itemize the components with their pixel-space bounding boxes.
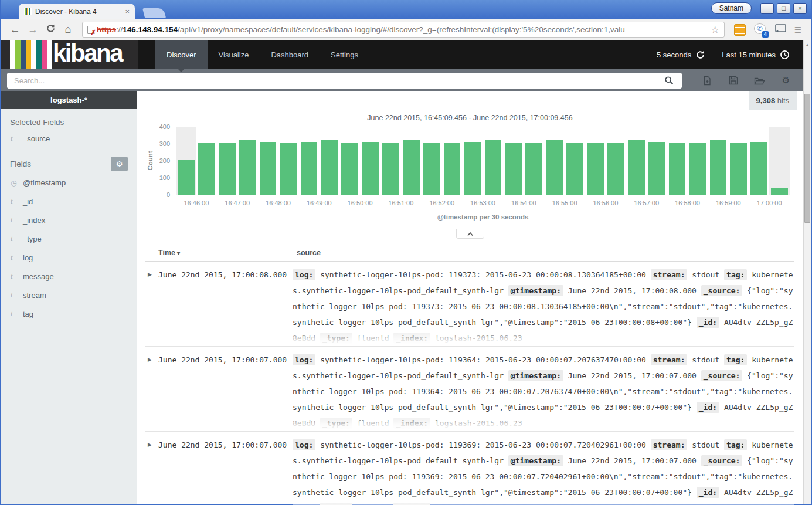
collapse-chart-button[interactable] bbox=[456, 229, 484, 239]
url-bar[interactable]: :// https :// 146.148.94.154 /api/v1/pro… bbox=[82, 22, 725, 38]
field-item-tag[interactable]: ttag bbox=[1, 304, 137, 323]
logo-stripe bbox=[21, 40, 26, 69]
histogram-bar[interactable] bbox=[485, 140, 502, 195]
source-field-badge: @timestamp: bbox=[508, 455, 563, 466]
histogram-bar[interactable] bbox=[771, 188, 788, 195]
histogram-bar[interactable] bbox=[444, 143, 461, 195]
reload-button[interactable] bbox=[42, 23, 59, 36]
field-item-source[interactable]: t_source bbox=[1, 129, 137, 148]
logo-stripe bbox=[47, 40, 52, 69]
nav-item-dashboard[interactable]: Dashboard bbox=[260, 40, 320, 69]
kibana-logo: kibana bbox=[1, 40, 138, 69]
maximize-button[interactable]: □ bbox=[777, 3, 790, 14]
search-input[interactable] bbox=[7, 73, 655, 89]
histogram-bar[interactable] bbox=[710, 140, 727, 195]
field-item-message[interactable]: tmessage bbox=[1, 267, 137, 286]
histogram-bar[interactable] bbox=[178, 160, 195, 195]
histogram-bar[interactable] bbox=[587, 143, 604, 195]
x-tick-label: 16:55:00 bbox=[552, 199, 577, 206]
expand-caret-icon[interactable]: ▶ bbox=[145, 352, 158, 431]
histogram-bar[interactable] bbox=[382, 143, 399, 195]
expand-caret-icon[interactable]: ▶ bbox=[145, 437, 158, 505]
text-field-icon: t bbox=[11, 196, 16, 206]
histogram-bar[interactable] bbox=[321, 140, 338, 195]
histogram-bar[interactable] bbox=[239, 140, 256, 195]
histogram-bar[interactable] bbox=[219, 143, 236, 195]
logo-stripe bbox=[42, 40, 47, 69]
histogram-bar[interactable] bbox=[505, 143, 522, 195]
histogram-bar[interactable] bbox=[525, 143, 542, 195]
nav-item-discover[interactable]: Discover bbox=[155, 40, 208, 69]
histogram-bar[interactable] bbox=[607, 143, 624, 195]
histogram-bar[interactable] bbox=[648, 142, 665, 195]
histogram-bar[interactable] bbox=[546, 140, 563, 195]
profile-button[interactable]: Satnam bbox=[711, 2, 752, 14]
browser-tab[interactable]: Discover - Kibana 4 × bbox=[19, 4, 135, 19]
time-range-picker[interactable]: Last 15 minutes bbox=[722, 50, 790, 60]
histogram-bar[interactable] bbox=[260, 142, 277, 195]
kibana-favicon bbox=[24, 8, 32, 15]
field-name: message bbox=[23, 272, 54, 281]
field-item-index[interactable]: t_index bbox=[1, 211, 137, 229]
scroll-up-icon[interactable]: ▲ bbox=[804, 40, 811, 49]
field-name: stream bbox=[23, 291, 46, 300]
field-item-log[interactable]: tlog bbox=[1, 248, 137, 267]
histogram-bar[interactable] bbox=[566, 143, 583, 195]
histogram-bar[interactable] bbox=[669, 143, 686, 195]
scrollbar-thumb[interactable] bbox=[804, 94, 810, 223]
histogram-bar[interactable] bbox=[403, 140, 420, 195]
new-tab-button[interactable] bbox=[142, 8, 166, 18]
tab-close-icon[interactable]: × bbox=[125, 8, 130, 15]
back-button[interactable]: ← bbox=[7, 24, 23, 36]
source-field-badge: @timestamp: bbox=[508, 370, 563, 381]
clock-field-icon: ◷ bbox=[11, 179, 16, 187]
close-button[interactable]: × bbox=[793, 3, 807, 14]
histogram-bar[interactable] bbox=[730, 143, 747, 195]
histogram-bar[interactable] bbox=[301, 142, 318, 195]
histogram-bar[interactable] bbox=[198, 143, 215, 195]
index-pattern-selector[interactable]: logstash-* bbox=[1, 91, 137, 109]
histogram-bar[interactable] bbox=[689, 143, 706, 195]
expand-caret-icon[interactable]: ▶ bbox=[145, 267, 158, 346]
histogram-bar[interactable] bbox=[341, 143, 358, 195]
logo-stripe bbox=[30, 8, 32, 15]
nav-item-settings[interactable]: Settings bbox=[320, 40, 369, 69]
certificate-error-icon[interactable] bbox=[87, 26, 94, 34]
forward-button[interactable]: → bbox=[25, 24, 41, 36]
extension-phone-icon[interactable]: ✆ 4 bbox=[754, 23, 767, 36]
page-scrollbar[interactable]: ▲ bbox=[803, 40, 811, 504]
fields-settings-button[interactable]: ⚙ bbox=[111, 157, 128, 171]
source-field-badge: stream: bbox=[651, 354, 688, 365]
new-search-button[interactable] bbox=[694, 75, 720, 86]
save-search-button[interactable] bbox=[720, 75, 746, 86]
histogram-plot[interactable] bbox=[176, 127, 790, 195]
histogram-bar[interactable] bbox=[464, 142, 481, 195]
folder-open-icon bbox=[754, 76, 765, 85]
field-item-stream[interactable]: tstream bbox=[1, 286, 137, 304]
histogram-bar[interactable] bbox=[423, 143, 440, 195]
source-field-badge: _type: bbox=[320, 503, 352, 505]
nav-item-visualize[interactable]: Visualize bbox=[208, 40, 260, 69]
settings-button[interactable]: ⚙ bbox=[773, 75, 799, 86]
field-item-type[interactable]: t_type bbox=[1, 229, 137, 248]
search-button[interactable] bbox=[655, 73, 682, 89]
field-item-id[interactable]: t_id bbox=[1, 192, 137, 211]
open-search-button[interactable] bbox=[746, 75, 773, 86]
extension-list-icon[interactable] bbox=[734, 24, 746, 36]
row-time: June 22nd 2015, 17:00:08.000 bbox=[158, 267, 293, 346]
field-item-timestamp[interactable]: ◷@timestamp bbox=[1, 174, 137, 192]
home-button[interactable]: ⌂ bbox=[60, 23, 76, 36]
logo-stripe bbox=[26, 40, 31, 69]
minimize-button[interactable]: – bbox=[760, 3, 774, 14]
histogram-bar[interactable] bbox=[280, 143, 297, 195]
browser-menu-icon[interactable]: ≡ bbox=[794, 24, 801, 36]
refresh-interval-picker[interactable]: 5 seconds bbox=[657, 50, 705, 60]
x-tick-label: 16:51:00 bbox=[388, 199, 413, 206]
histogram-bar[interactable] bbox=[628, 140, 645, 195]
cast-icon[interactable] bbox=[775, 24, 786, 35]
histogram-bar[interactable] bbox=[362, 142, 379, 195]
histogram-bar[interactable] bbox=[750, 142, 767, 195]
time-column-header[interactable]: Time▾ bbox=[158, 249, 293, 257]
kibana-brand: kibana bbox=[53, 40, 122, 69]
bookmark-star-icon[interactable]: ☆ bbox=[711, 24, 719, 35]
